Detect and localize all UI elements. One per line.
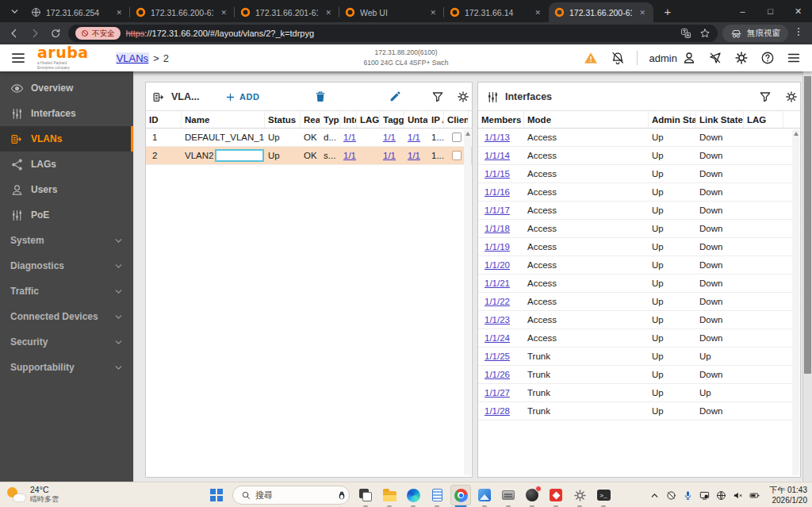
column-header[interactable]: IP Address [428, 111, 444, 128]
interface-link[interactable]: 1/1 [408, 133, 420, 142]
interfaces-settings-button[interactable] [785, 83, 798, 111]
member-link[interactable]: 1/1/24 [485, 333, 510, 343]
sidebar-item-supportability[interactable]: Supportability [0, 355, 133, 380]
alert-triangle-icon[interactable] [583, 51, 599, 65]
chrome-app-icon[interactable] [450, 485, 471, 505]
column-header[interactable]: Untagged [404, 111, 428, 128]
column-header[interactable]: Mode [524, 111, 649, 128]
column-header[interactable]: Interfaces [340, 111, 357, 128]
row-checkbox[interactable] [452, 133, 462, 142]
microphone-icon[interactable] [683, 490, 693, 501]
member-link[interactable]: 1/1/22 [485, 297, 510, 306]
camera-off-icon[interactable] [666, 490, 676, 501]
terminal-app-icon[interactable]: >_ [593, 485, 614, 505]
interface-link[interactable]: 1/1 [343, 133, 356, 142]
browser-tab[interactable]: 172.31.66.200-6100✕ [130, 2, 235, 22]
bookmark-star-icon[interactable] [699, 28, 710, 39]
interface-link[interactable]: 1/1 [343, 151, 356, 160]
translate-icon[interactable] [680, 28, 691, 39]
sidebar-item-overview[interactable]: Overview [0, 75, 133, 101]
tab-close-icon[interactable]: ✕ [113, 8, 124, 17]
interface-row[interactable]: 1/1/16AccessUpDown [478, 183, 800, 202]
network-icon[interactable] [716, 490, 726, 501]
column-header[interactable]: ID [146, 111, 182, 128]
sidebar-item-vlans[interactable]: VLANs [0, 126, 133, 152]
help-icon[interactable] [760, 51, 775, 65]
scroll-up-arrow-icon[interactable] [794, 132, 799, 136]
column-header[interactable]: Status [265, 111, 301, 128]
interface-row[interactable]: 1/1/26TrunkUpDown [478, 366, 800, 384]
cast-icon[interactable] [699, 490, 710, 501]
sidebar-item-traffic[interactable]: Traffic [0, 278, 133, 304]
vlans-settings-button[interactable] [457, 83, 469, 111]
battery-icon[interactable] [749, 490, 760, 501]
interfaces-table-scrollbar[interactable] [792, 129, 799, 475]
tab-close-icon[interactable]: ✕ [427, 8, 439, 17]
interface-row[interactable]: 1/1/18AccessUpDown [478, 220, 800, 238]
start-button[interactable] [206, 485, 227, 505]
column-header[interactable]: Admin State [649, 111, 696, 128]
member-link[interactable]: 1/1/19 [485, 242, 510, 252]
notifications-off-icon[interactable] [611, 51, 625, 65]
column-header[interactable]: Members [478, 111, 524, 128]
member-link[interactable]: 1/1/13 [485, 133, 510, 142]
sidebar-item-system[interactable]: System [0, 228, 133, 253]
taskbar-search[interactable]: 搜尋 [232, 486, 350, 505]
browser-tab[interactable]: 172.31.66.14✕ [444, 2, 549, 22]
pointer-off-icon[interactable] [708, 51, 722, 65]
media-sphere-app-icon[interactable] [522, 485, 542, 505]
interface-row[interactable]: 1/1/28TrunkUpDown [478, 402, 800, 421]
member-link[interactable]: 1/1/28 [485, 406, 510, 416]
browser-tab[interactable]: 172.31.66.200-6100✕ [549, 2, 653, 22]
scroll-up-arrow-icon[interactable] [465, 132, 470, 136]
vlans-filter-button[interactable] [431, 83, 444, 111]
interface-row[interactable]: 1/1/21AccessUpDown [478, 275, 800, 293]
interface-link[interactable]: 1/1 [383, 133, 396, 142]
member-link[interactable]: 1/1/23 [485, 315, 510, 325]
edge-app-icon[interactable] [403, 485, 423, 505]
interfaces-filter-button[interactable] [759, 83, 772, 111]
new-tab-button[interactable]: + [658, 2, 677, 21]
tab-close-icon[interactable]: ✕ [218, 8, 229, 17]
tab-close-icon[interactable]: ✕ [323, 8, 334, 17]
interface-row[interactable]: 1/1/19AccessUpDown [478, 238, 800, 256]
member-link[interactable]: 1/1/20 [485, 260, 510, 270]
interface-row[interactable]: 1/1/20AccessUpDown [478, 256, 800, 275]
member-link[interactable]: 1/1/18 [485, 224, 510, 233]
interface-row[interactable]: 1/1/25TrunkUpUp [478, 348, 800, 366]
task-view-app-icon[interactable] [355, 485, 376, 505]
photos-app-icon[interactable] [474, 485, 495, 505]
address-bar[interactable]: 不安全 https://172.31.66.200/#/layout/vlans… [68, 25, 718, 42]
column-header[interactable]: LAG [357, 111, 380, 128]
column-header[interactable]: Name [182, 111, 265, 128]
quick-launch-app-icon[interactable] [546, 485, 566, 505]
vlan-row[interactable]: 2VLAN2UpOKs...1/11/11/11... [146, 147, 472, 165]
back-button[interactable] [6, 25, 22, 41]
forward-button[interactable] [27, 25, 43, 41]
member-link[interactable]: 1/1/27 [485, 388, 510, 398]
sidebar-item-interfaces[interactable]: Interfaces [0, 101, 133, 126]
page-scrollbar[interactable] [802, 71, 812, 482]
member-link[interactable]: 1/1/17 [485, 205, 510, 215]
breadcrumb-vlans-link[interactable]: VLANs [116, 52, 149, 64]
user-menu[interactable]: admin [649, 51, 696, 65]
nav-hamburger-icon[interactable] [10, 50, 26, 66]
interface-row[interactable]: 1/1/14AccessUpDown [478, 147, 800, 165]
browser-menu-button[interactable] [793, 25, 806, 41]
interface-link[interactable]: 1/1 [408, 151, 420, 160]
interface-row[interactable]: 1/1/27TrunkUpUp [478, 384, 800, 402]
reload-button[interactable] [48, 25, 63, 41]
notes-app-icon[interactable] [427, 485, 447, 505]
device-manager-app-icon[interactable] [498, 485, 519, 505]
member-link[interactable]: 1/1/21 [485, 278, 510, 288]
vlans-table-scrollbar[interactable] [464, 129, 471, 475]
interface-row[interactable]: 1/1/13AccessUpDown [478, 129, 800, 147]
sidebar-item-users[interactable]: Users [0, 177, 133, 202]
tab-search-button[interactable] [6, 3, 23, 19]
page-scrollbar-thumb[interactable] [804, 76, 811, 374]
tab-close-icon[interactable]: ✕ [532, 8, 543, 17]
column-header[interactable]: Type [320, 111, 340, 128]
sidebar-item-diagnostics[interactable]: Diagnostics [0, 253, 133, 278]
member-link[interactable]: 1/1/14 [485, 151, 510, 160]
sidebar-item-security[interactable]: Security [0, 329, 133, 355]
